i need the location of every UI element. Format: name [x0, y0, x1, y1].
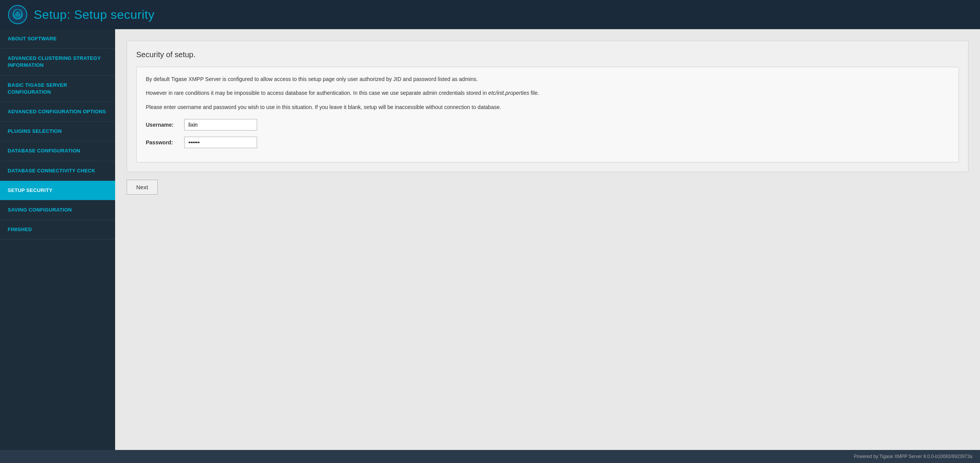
sidebar-item-setup-security[interactable]: SETUP SECURITY — [0, 181, 115, 200]
sidebar-item-advanced-clustering[interactable]: ADVANCED CLUSTERING STRATEGY INFORMATION — [0, 49, 115, 75]
sidebar-item-plugins-selection[interactable]: PLUGINS SELECTION — [0, 122, 115, 141]
username-group: Username: — [146, 119, 949, 131]
sidebar-item-finished[interactable]: FINISHED — [0, 220, 115, 240]
content-card: Security of setup. By default Tigase XMP… — [127, 41, 968, 172]
password-input[interactable] — [184, 137, 257, 148]
next-button[interactable]: Next — [127, 180, 158, 195]
sidebar-item-database-connectivity[interactable]: DATABASE CONNECTIVITY CHECK — [0, 161, 115, 181]
content-title: Security of setup. — [136, 50, 959, 59]
description-2-italic: etc/init.properties — [488, 90, 530, 96]
page-title: Setup: Setup security — [34, 8, 155, 22]
description-2-pre: However in rare conditions it may be imp… — [146, 90, 488, 96]
description-2-post: file. — [529, 90, 539, 96]
sidebar-item-saving-config[interactable]: SAVING CONFIGURATION — [0, 200, 115, 220]
sidebar: ABOUT SOFTWARE ADVANCED CLUSTERING STRAT… — [0, 29, 115, 450]
main-layout: ABOUT SOFTWARE ADVANCED CLUSTERING STRAT… — [0, 29, 980, 450]
description-1: By default Tigase XMPP Server is configu… — [146, 75, 949, 83]
content-area: Security of setup. By default Tigase XMP… — [115, 29, 980, 450]
header: Setup: Setup security — [0, 0, 980, 29]
sidebar-item-about-software[interactable]: ABOUT SOFTWARE — [0, 29, 115, 49]
password-group: Password: — [146, 137, 949, 148]
tigase-logo — [8, 5, 28, 25]
footer-text: Powered by Tigase XMPP Server 8.0.0-b100… — [854, 454, 972, 459]
footer: Powered by Tigase XMPP Server 8.0.0-b100… — [0, 450, 980, 463]
description-3: Please enter username and password you w… — [146, 103, 949, 111]
username-label: Username: — [146, 122, 184, 128]
username-input[interactable] — [184, 119, 257, 131]
sidebar-item-basic-tigase[interactable]: BASIC TIGASE SERVER CONFIGURATION — [0, 76, 115, 102]
content-section: By default Tigase XMPP Server is configu… — [136, 67, 959, 162]
sidebar-item-database-config[interactable]: DATABASE CONFIGURATION — [0, 141, 115, 161]
password-label: Password: — [146, 139, 184, 146]
description-2: However in rare conditions it may be imp… — [146, 89, 949, 97]
sidebar-item-advanced-config[interactable]: ADVANCED CONFIGURATION OPTIONS — [0, 102, 115, 122]
